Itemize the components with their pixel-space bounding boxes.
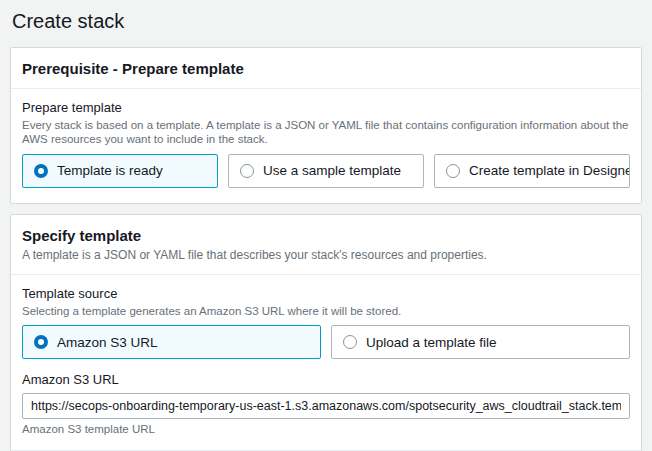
option-label: Upload a template file [366,335,497,350]
option-label: Use a sample template [263,163,401,178]
option-create-template-in-designer[interactable]: Create template in Designer [434,154,630,188]
template-source-description: Selecting a template generates an Amazon… [22,304,630,318]
create-stack-page: Create stack Prerequisite - Prepare temp… [0,0,652,451]
prerequisite-panel-title: Prerequisite - Prepare template [22,60,630,77]
option-label: Template is ready [57,163,163,178]
option-amazon-s3-url[interactable]: Amazon S3 URL [22,325,321,359]
page-title: Create stack [12,10,642,33]
amazon-s3-url-label: Amazon S3 URL [22,372,630,387]
prepare-template-options: Template is ready Use a sample template … [22,154,630,188]
specify-template-panel: Specify template A template is a JSON or… [10,214,642,451]
prerequisite-panel: Prerequisite - Prepare template Prepare … [10,47,642,204]
prerequisite-panel-body: Prepare template Every stack is based on… [11,89,641,203]
specify-template-panel-body: Template source Selecting a template gen… [11,275,641,450]
specify-template-panel-header: Specify template A template is a JSON or… [11,215,641,275]
radio-unchecked-icon[interactable] [240,164,254,178]
amazon-s3-url-input[interactable] [22,393,630,419]
option-upload-template-file[interactable]: Upload a template file [331,325,630,359]
specify-template-panel-description: A template is a JSON or YAML file that d… [22,248,630,263]
template-source-label: Template source [22,286,630,301]
template-source-options: Amazon S3 URL Upload a template file [22,325,630,359]
prepare-template-description: Every stack is based on a template. A te… [22,118,630,147]
amazon-s3-url-helper: Amazon S3 template URL [22,423,630,435]
prepare-template-label: Prepare template [22,100,630,115]
option-template-is-ready[interactable]: Template is ready [22,154,218,188]
option-label: Amazon S3 URL [57,335,158,350]
option-label: Create template in Designer [469,163,630,178]
specify-template-panel-title: Specify template [22,227,630,244]
prerequisite-panel-header: Prerequisite - Prepare template [11,48,641,89]
radio-checked-icon[interactable] [34,335,48,349]
radio-checked-icon[interactable] [34,164,48,178]
option-use-sample-template[interactable]: Use a sample template [228,154,424,188]
radio-unchecked-icon[interactable] [446,164,460,178]
radio-unchecked-icon[interactable] [343,335,357,349]
